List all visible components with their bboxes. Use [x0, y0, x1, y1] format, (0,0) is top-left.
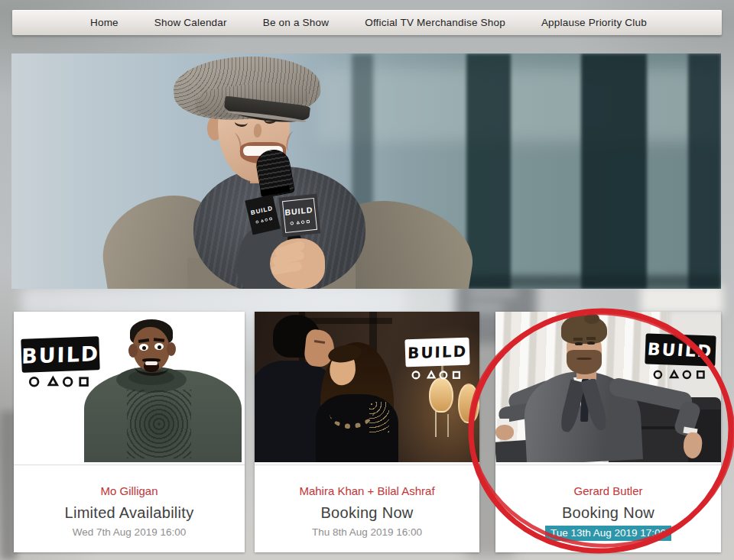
background-blur [641, 286, 723, 313]
nav-item-home[interactable]: Home [90, 17, 119, 28]
card-text-panel: Mahira Khan + Bilal Ashraf Booking Now T… [255, 484, 479, 560]
page: Home Show Calendar Be on a Show Official… [0, 0, 734, 560]
card-divider [495, 462, 721, 469]
show-datetime: Wed 7th Aug 2019 16:00 [14, 526, 245, 538]
show-datetime: Thu 8th Aug 2019 16:00 [255, 526, 479, 538]
hand [495, 425, 514, 440]
pupil [142, 346, 146, 350]
build-logo-box: BUILD [21, 336, 99, 373]
mouth [576, 358, 592, 360]
build-logo-text: BUILD [21, 342, 100, 368]
nav-item-merchandise-shop[interactable]: Official TV Merchandise Shop [365, 17, 505, 28]
build-logo-shapes-icon [290, 219, 311, 225]
eyebrow [573, 338, 583, 341]
show-card-gerard-butler[interactable]: BUILD Gerard Butler Booking Now Tue 13th… [495, 312, 721, 552]
build-logo-shapes-icon [255, 216, 273, 224]
show-card-mo-gilligan[interactable]: BUILD [14, 312, 245, 552]
background-streak [469, 306, 503, 310]
availability-status: Booking Now [255, 504, 479, 522]
availability-status: Limited Availability [14, 504, 245, 522]
nav-item-priority-club[interactable]: Applause Priority Club [541, 17, 647, 28]
build-logo-text: BUILD [250, 205, 273, 217]
card-text-panel: Mo Gilligan Limited Availability Wed 7th… [14, 484, 245, 560]
dress-sequins [369, 402, 389, 432]
build-logo-shapes-icon [411, 369, 464, 380]
hero-window-bar [466, 53, 511, 289]
guest-name: Mo Gilligan [14, 484, 245, 497]
main-nav: Home Show Calendar Be on a Show Official… [12, 10, 722, 35]
card-image-mahira-bilal: BUILD [255, 312, 479, 462]
build-logo-shapes-icon [28, 374, 93, 387]
teeth [145, 361, 158, 365]
nav-item-be-on-a-show[interactable]: Be on a Show [263, 17, 329, 28]
card-divider [255, 462, 479, 469]
build-logo-box: BUILD [645, 333, 716, 366]
background-streak [469, 290, 517, 295]
build-logo-shapes-icon [652, 368, 709, 380]
card-image-mo-gilligan: BUILD [14, 312, 245, 462]
show-datetime: Tue 13th Aug 2019 17:00 [495, 526, 721, 541]
card-divider [14, 462, 245, 469]
nav-item-show-calendar[interactable]: Show Calendar [154, 17, 227, 28]
show-card-mahira-khan-bilal-ashraf[interactable]: BUILD Mahira Khan + Bilal Ashraf Booking… [255, 312, 479, 552]
guest-name: Gerard Butler [495, 484, 721, 497]
hair-tuft [584, 313, 599, 324]
build-logo-box: BUILD [404, 338, 469, 367]
hero-window-bar [688, 53, 721, 289]
hero-window-bar [581, 53, 647, 289]
build-logo: BUILD [21, 338, 99, 387]
lamp-crystal [447, 414, 449, 437]
build-logo-text: BUILD [647, 339, 713, 361]
beard [567, 350, 602, 374]
build-logo-text: BUILD [408, 342, 468, 363]
datetime-highlight: Tue 13th Aug 2019 17:00 [545, 526, 671, 541]
build-logo: BUILD [405, 338, 469, 380]
eye [575, 342, 583, 345]
hair-tuft [569, 312, 583, 322]
lamp-glass [429, 377, 453, 413]
availability-status: Booking Now [495, 504, 721, 522]
card-image-gerard-butler: BUILD [495, 312, 721, 462]
ear [167, 342, 176, 356]
eyebrow [586, 337, 596, 340]
build-mic-flag-frame: BUILD [282, 198, 317, 233]
build-logo: BUILD [645, 335, 716, 380]
lamp-glass [458, 384, 479, 423]
lamp-crystal [435, 411, 437, 437]
hero-window-light [317, 69, 721, 141]
ear [128, 344, 138, 358]
pupil [158, 345, 161, 349]
eye [587, 342, 595, 345]
hoodie-emblem [127, 390, 191, 458]
card-text-panel: Gerard Butler Booking Now Tue 13th Aug 2… [495, 484, 721, 560]
guest-name: Mahira Khan + Bilal Ashraf [255, 484, 479, 497]
build-mic-flag: BUILD [278, 194, 320, 238]
hero-banner[interactable]: BUILD BUILD [11, 53, 721, 289]
build-logo-text: BUILD [285, 205, 314, 217]
